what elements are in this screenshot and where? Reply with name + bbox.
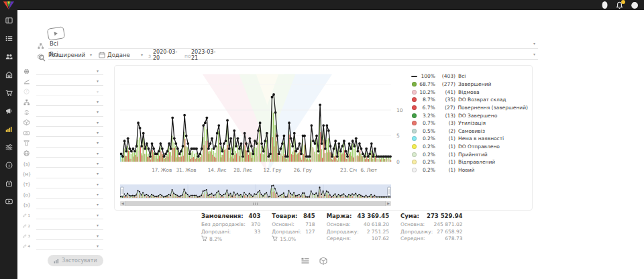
sidebar-item-dashboard[interactable] xyxy=(3,14,15,26)
date-type-select[interactable]: Додане ▾ xyxy=(99,51,144,60)
sidebar-item-analytics[interactable] xyxy=(3,123,15,135)
filter-row-fingerprint[interactable]: ▾ xyxy=(19,107,103,117)
stats-header: Маржа:43 369.45 xyxy=(327,213,389,219)
filter-row-pencil2[interactable]: 2▾ xyxy=(19,221,103,231)
date-from-input[interactable]: 2020-03-20 xyxy=(153,51,182,60)
scrollbar-thumb[interactable] xyxy=(125,201,386,206)
video-help-icon[interactable] xyxy=(47,26,66,41)
legend-item[interactable]: 0.2%(1)Новий xyxy=(411,166,528,174)
filter-row-pencil3[interactable]: 3▾ xyxy=(19,231,103,241)
chart-scrollbar[interactable]: ◀ ▶ xyxy=(120,201,391,206)
chevron-down-icon[interactable]: ▾ xyxy=(97,244,99,248)
filter-row-pencil1[interactable]: 1▾ xyxy=(19,211,103,221)
notification-badge xyxy=(621,0,625,4)
chevron-down-icon[interactable]: ▾ xyxy=(97,100,99,104)
search-mode-select[interactable]: Розширений ▾ xyxy=(48,51,93,60)
marketing-icon xyxy=(5,105,13,117)
sidebar-item-care[interactable] xyxy=(3,177,15,189)
list-view-icon[interactable] xyxy=(301,257,309,265)
pencil-icon: 2 xyxy=(23,222,30,229)
legend-item[interactable]: 8.7%(35)DO Возврат склад xyxy=(411,96,528,104)
legend-item[interactable]: 68.7%(277)Завершений xyxy=(411,80,528,89)
apply-button[interactable]: Застосувати xyxy=(48,255,103,266)
sidebar-item-info[interactable] xyxy=(3,159,15,171)
chevron-down-icon[interactable]: ▾ xyxy=(97,90,99,94)
legend-item[interactable]: 10.2%(41)Відмова xyxy=(411,88,528,96)
sidebar-item-video-tutorials[interactable] xyxy=(3,195,15,207)
legend-item[interactable]: 0.2%(1)DO Отправлено xyxy=(411,143,528,151)
legend-item[interactable]: 0.5%(2)Самовивіз xyxy=(411,127,528,135)
chevron-down-icon[interactable]: ▾ xyxy=(97,131,99,135)
notifications-bell-icon[interactable] xyxy=(616,1,623,9)
chevron-down-icon[interactable]: ▾ xyxy=(97,152,99,156)
date-to-input[interactable]: 2023-03-21 xyxy=(191,51,221,60)
sidebar-item-orders[interactable] xyxy=(3,32,15,44)
sidebar-item-sales[interactable] xyxy=(3,87,15,99)
svg-text:28. Лис: 28. Лис xyxy=(233,167,252,173)
legend-item[interactable]: 6.7%(27)Повернення (завершений) xyxy=(411,104,528,112)
chevron-down-icon[interactable]: ▾ xyxy=(97,162,99,166)
filter-row-sitemap[interactable]: ▾ xyxy=(19,97,103,107)
legend-item[interactable]: 0.2%(1)Прийнятий xyxy=(411,150,528,158)
chevron-down-icon[interactable]: ▾ xyxy=(533,52,535,56)
legend-dot-swatch xyxy=(411,152,417,157)
navigator-left-handle[interactable] xyxy=(121,187,124,196)
scroll-right-icon[interactable]: ▶ xyxy=(386,201,391,206)
filter-row-var-3[interactable]: {т}▾ xyxy=(19,180,103,190)
legend-item[interactable]: 100%(403)Всі xyxy=(411,72,528,80)
sidebar-item-settings[interactable] xyxy=(3,141,15,153)
navigator-right-handle[interactable] xyxy=(388,187,391,196)
filter-row-var-5[interactable]: {э}▾ xyxy=(19,200,103,210)
chevron-down-icon[interactable]: ▾ xyxy=(97,121,99,125)
product-view-icon[interactable] xyxy=(319,257,327,265)
level-icon xyxy=(23,78,30,85)
legend-item[interactable]: 0.2%(1)Відправлений xyxy=(411,158,528,166)
user-icon[interactable] xyxy=(601,1,608,9)
chevron-down-icon[interactable]: ▾ xyxy=(97,141,99,145)
chevron-down-icon[interactable]: ▾ xyxy=(97,223,99,227)
legend-item[interactable]: 0.7%(3)Утилізація xyxy=(411,119,528,127)
chevron-down-icon[interactable]: ▾ xyxy=(533,42,535,46)
filter-row-var-4[interactable]: {о}▾ xyxy=(19,190,103,200)
question-icon: ? xyxy=(23,89,30,96)
filter-row-globe-grid[interactable]: ▾ xyxy=(19,149,103,159)
profile-icon[interactable] xyxy=(631,1,639,9)
filter-row-funnel[interactable]: ▾ xyxy=(19,138,103,148)
globe-icon xyxy=(23,68,30,75)
scroll-left-icon[interactable]: ◀ xyxy=(120,201,125,206)
sidebar-item-customers[interactable] xyxy=(3,50,15,62)
sidebar-item-marketing[interactable] xyxy=(3,105,15,117)
app-logo[interactable] xyxy=(3,1,15,13)
chevron-down-icon[interactable]: ▾ xyxy=(97,182,99,186)
svg-text:5: 5 xyxy=(396,133,400,139)
chevron-down-icon[interactable]: ▾ xyxy=(97,110,99,114)
svg-text:17. Жов: 17. Жов xyxy=(152,167,172,173)
sidebar-item-store[interactable] xyxy=(3,68,15,80)
category-filter[interactable]: Всі ▾ xyxy=(38,40,538,48)
filter-row-pencil4[interactable]: 4▾ xyxy=(19,241,103,252)
chevron-down-icon[interactable]: ▾ xyxy=(97,172,99,176)
chevron-down-icon[interactable]: ▾ xyxy=(97,203,99,207)
filter-row-var-2[interactable]: {м}▾ xyxy=(19,169,103,179)
search-mode-value: Розширений xyxy=(48,52,85,58)
chevron-down-icon[interactable]: ▾ xyxy=(97,192,99,197)
legend-item[interactable]: 0.2%(1)Нема в наявності xyxy=(411,135,528,143)
filter-row-level[interactable]: ▾ xyxy=(19,76,103,87)
stats-header: Товари:845 xyxy=(272,213,315,219)
chevron-down-icon[interactable]: ▾ xyxy=(97,79,99,83)
filter-row-globe[interactable]: ▾ xyxy=(19,66,103,76)
category-filter-value[interactable]: Всі xyxy=(50,40,58,47)
chevron-down-icon[interactable]: ▾ xyxy=(97,213,99,217)
banknote-icon xyxy=(23,129,30,137)
filter-row-banknote[interactable]: ▾ xyxy=(19,128,103,138)
filter-row-question[interactable]: ?▾ xyxy=(19,87,103,97)
orders-chart[interactable]: 051017. Жов31. Жов14. Лис28. Лис12. Гру2… xyxy=(120,71,409,176)
chevron-down-icon[interactable]: ▾ xyxy=(97,69,99,73)
filter-row-var-1[interactable]: {s}▾ xyxy=(19,159,103,169)
stats-row: Основна:245 871.02 xyxy=(400,221,462,229)
filter-row-cube[interactable]: ▾ xyxy=(19,118,103,128)
chevron-down-icon[interactable]: ▾ xyxy=(97,234,99,238)
chart-navigator[interactable] xyxy=(120,183,391,201)
search-icon[interactable] xyxy=(38,52,46,64)
legend-item[interactable]: 3.2%(13)DO Завершено xyxy=(411,111,528,119)
